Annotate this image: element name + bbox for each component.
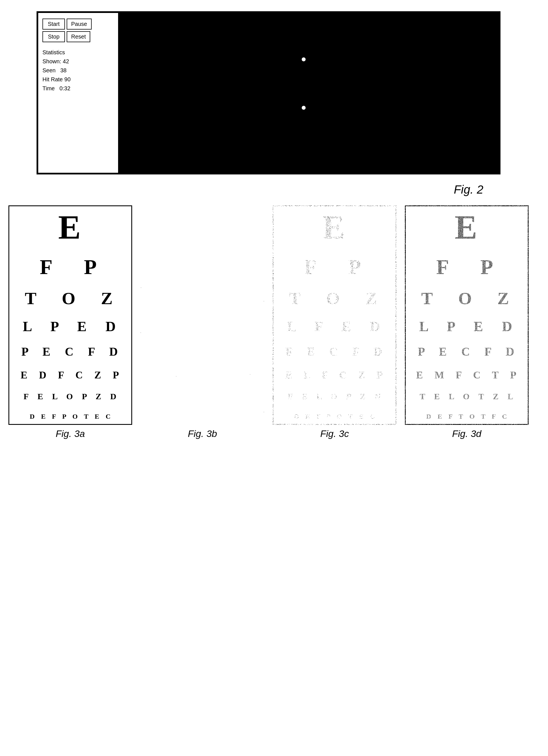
fig3c-label: Fig. 3c bbox=[320, 428, 349, 439]
chart-3c-row6: E L F C Z P bbox=[276, 370, 393, 380]
chart-3b-row5: P E C F D bbox=[144, 346, 261, 358]
chart-3a-row2: F P bbox=[12, 257, 129, 277]
stop-button[interactable]: Stop bbox=[42, 31, 65, 42]
fig3d-wrapper: E F P T O Z L P E D P E C F D E M F C T … bbox=[405, 205, 529, 439]
chart-3d-row8: D E F T O T F C bbox=[408, 413, 525, 420]
chart-3d-row3: T O Z bbox=[408, 290, 525, 307]
reset-button[interactable]: Reset bbox=[67, 31, 90, 42]
chart-3b-row3: T O Z bbox=[144, 290, 261, 307]
fig2-window: Start Pause Stop Reset Statistics Shown:… bbox=[37, 11, 500, 174]
pause-button[interactable]: Pause bbox=[67, 19, 92, 30]
seen-stat: Seen 38 bbox=[42, 66, 114, 75]
chart-3b-row4: L P E D bbox=[144, 319, 261, 333]
shown-stat: Shown: 42 bbox=[42, 57, 114, 66]
chart-3a-row3: T O Z bbox=[12, 290, 129, 307]
eye-chart-3c: E F P T O Z L F E D F E C F D E L F C Z … bbox=[273, 205, 396, 425]
fig2-caption: Fig. 2 bbox=[454, 183, 483, 196]
chart-3c-row2: F P bbox=[276, 257, 393, 277]
chart-3c-row5: F E C F D bbox=[276, 346, 393, 358]
chart-3a-row6: E D F C Z P bbox=[12, 370, 129, 380]
eye-chart-3b: E F P T O Z L P E D P E C F D E D N C Z … bbox=[141, 205, 264, 425]
chart-3a-row5: P E C F D bbox=[12, 346, 129, 358]
fig2-display-area bbox=[119, 12, 500, 174]
chart-3c-row3: T O Z bbox=[276, 290, 393, 307]
chart-3c-row7: F E L O P Z N bbox=[276, 392, 393, 401]
fig3b-label: Fig. 3b bbox=[188, 428, 217, 439]
chart-3c-row4: L F E D bbox=[276, 319, 393, 333]
chart-3d-row5: P E C F D bbox=[408, 346, 525, 358]
time-stat: Time 0:32 bbox=[42, 84, 114, 93]
chart-3b-row8: D E F F C T E C bbox=[144, 413, 261, 420]
chart-3b-row1: E bbox=[144, 210, 261, 244]
chart-3d-row2: F P bbox=[408, 257, 525, 277]
fig3a-label: Fig. 3a bbox=[56, 428, 85, 439]
chart-3d-row7: T E L O T Z L bbox=[408, 392, 525, 401]
hitrate-stat: Hit Rate 90 bbox=[42, 75, 114, 84]
statistics-label: Statistics bbox=[42, 48, 114, 57]
chart-3a-row1: E bbox=[12, 210, 129, 244]
chart-3c-row8: D E F P O T E C bbox=[276, 413, 393, 420]
statistics-panel: Statistics Shown: 42 Seen 38 Hit Rate 90… bbox=[42, 48, 114, 93]
start-button[interactable]: Start bbox=[42, 19, 65, 30]
fig3a-wrapper: E F P T O Z L P E D P E C F D E D F C Z … bbox=[8, 205, 132, 439]
chart-3a-row7: F E L O P Z D bbox=[12, 392, 129, 401]
dot-bottom bbox=[302, 106, 305, 110]
chart-3d-row4: L P E D bbox=[408, 319, 525, 333]
chart-3b-row7: F E L C P Z D bbox=[144, 392, 261, 401]
fig2-sidebar: Start Pause Stop Reset Statistics Shown:… bbox=[37, 12, 119, 174]
chart-3b-row6: E D N C Z P bbox=[144, 370, 261, 380]
eye-chart-3d: E F P T O Z L P E D P E C F D E M F C T … bbox=[405, 205, 529, 425]
chart-3c-row1: E bbox=[276, 210, 393, 244]
chart-3a-row4: L P E D bbox=[12, 319, 129, 333]
fig3d-label: Fig. 3d bbox=[452, 428, 481, 439]
dot-top bbox=[302, 57, 305, 61]
eye-chart-3a: E F P T O Z L P E D P E C F D E D F C Z … bbox=[8, 205, 132, 425]
fig3c-wrapper: E F P T O Z L F E D F E C F D E L F C Z … bbox=[273, 205, 396, 439]
chart-3d-row1: E bbox=[408, 210, 525, 244]
fig2-button-group: Start Pause Stop Reset bbox=[42, 19, 114, 42]
chart-3a-row8: D E F P O T E C bbox=[12, 413, 129, 420]
fig3b-wrapper: E F P T O Z L P E D P E C F D E D N C Z … bbox=[141, 205, 264, 439]
chart-3b-row2: F P bbox=[144, 257, 261, 277]
fig3-section: E F P T O Z L P E D P E C F D E D F C Z … bbox=[8, 205, 540, 439]
chart-3d-row6: E M F C T P bbox=[408, 370, 525, 380]
